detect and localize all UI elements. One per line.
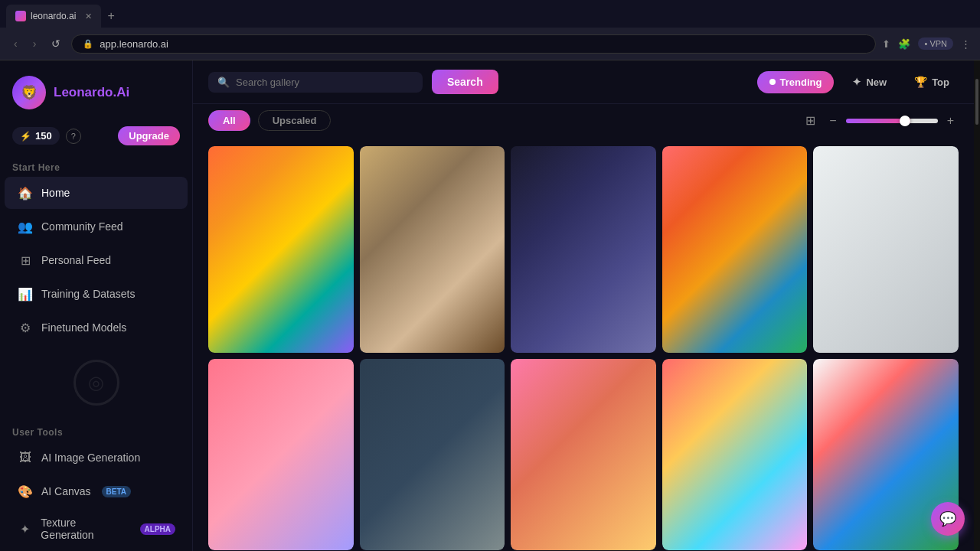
texture-icon: ✦ <box>17 520 33 537</box>
start-here-label: Start Here <box>0 156 192 176</box>
tab-favicon <box>15 11 26 21</box>
scroll-indicator[interactable] <box>974 60 980 551</box>
trending-label: Trending <box>780 77 822 88</box>
sidebar-item-texture[interactable]: ✦ Texture Generation ALPHA <box>5 509 188 549</box>
zoom-plus-btn[interactable]: + <box>942 112 959 129</box>
sidebar-label-home: Home <box>41 187 70 199</box>
extensions-icon[interactable]: 🧩 <box>898 38 910 50</box>
gallery-item[interactable]: # ⊘ ⛶ <box>208 359 354 550</box>
top-label: Top <box>932 77 949 88</box>
home-icon: 🏠 <box>17 184 34 201</box>
overlay-hash-btn[interactable]: # <box>753 152 775 174</box>
back-btn[interactable]: ‹ <box>9 36 22 51</box>
overlay-hash-btn[interactable]: # <box>905 152 926 174</box>
overlay-slash-btn[interactable]: ⊘ <box>931 152 952 174</box>
overlay-hash-btn[interactable]: # <box>577 152 598 174</box>
browser-chrome: leonardo.ai ✕ + ‹ › ↺ 🔒 app.leonardo.ai … <box>0 0 980 60</box>
sidebar-item-home[interactable]: 🏠 Home <box>5 177 188 209</box>
overlay-expand-btn[interactable]: ⛶ <box>629 152 650 174</box>
sidebar-label-community: Community Feed <box>41 220 123 233</box>
filter-upscaled[interactable]: Upscaled <box>258 110 332 131</box>
trending-button[interactable]: Trending <box>757 71 835 93</box>
gallery-item[interactable]: # ⛶ <box>360 146 505 353</box>
gallery-container[interactable]: # ⛶ # ⛶ # ⊘ ⛶ <box>193 137 974 551</box>
overlay-slash-btn[interactable]: ⊘ <box>300 365 322 386</box>
overlay-hash-btn[interactable]: # <box>577 365 598 386</box>
user-tools-label: User Tools <box>0 421 192 441</box>
top-tab-btn[interactable]: 🏆 Top <box>905 71 959 93</box>
refresh-btn[interactable]: ↺ <box>47 36 65 51</box>
gallery-item[interactable]: # ⊘ <box>662 359 808 550</box>
new-tab-btn[interactable]: + <box>101 6 120 26</box>
overlay-slash-btn[interactable]: ⊘ <box>477 365 498 386</box>
logo-name: Leonardo <box>54 85 113 99</box>
logo-avatar: 🦁 <box>12 76 46 109</box>
search-icon: 🔍 <box>217 77 230 88</box>
overlay-slash-btn[interactable]: ⊘ <box>603 152 624 174</box>
address-bar[interactable]: 🔒 app.leonardo.ai <box>71 34 876 54</box>
overlay-slash-btn[interactable]: ⊘ <box>779 365 801 386</box>
sidebar-item-community-feed[interactable]: 👥 Community Feed <box>5 210 188 243</box>
community-icon: 👥 <box>17 218 34 235</box>
credits-icon: ⚡ <box>20 131 31 142</box>
overlay-expand-btn[interactable]: ⛶ <box>326 365 348 386</box>
gallery-item[interactable]: # ⊘ <box>813 146 959 353</box>
sidebar-watermark: ◎ <box>0 344 192 421</box>
sidebar: 🦁 Leonardo.Ai ⚡ 150 ? Upgrade Start Here… <box>0 60 193 551</box>
more-icon[interactable]: ⋮ <box>961 38 971 50</box>
zoom-slider[interactable] <box>846 119 938 123</box>
overlay-slash-btn[interactable]: ⊘ <box>779 152 801 174</box>
app-layout: 🦁 Leonardo.Ai ⚡ 150 ? Upgrade Start Here… <box>0 60 980 551</box>
tab-title: leonardo.ai <box>31 11 76 21</box>
sidebar-item-finetuned[interactable]: ⚙ Finetuned Models <box>5 311 188 344</box>
sidebar-item-training[interactable]: 📊 Training & Datasets <box>5 278 188 310</box>
browser-tabs: leonardo.ai ✕ + <box>0 0 980 28</box>
new-icon: ✦ <box>852 76 861 88</box>
gallery-item[interactable]: # ⊘ ⛶ <box>511 146 656 353</box>
credits-badge: ⚡ 150 <box>12 127 60 145</box>
forward-btn[interactable]: › <box>28 36 41 51</box>
overlay-expand-btn[interactable]: ⛶ <box>477 152 498 174</box>
gallery-item[interactable]: # ⊘ <box>662 146 808 353</box>
topbar: 🔍 Search Trending ✦ New 🏆 Top <box>193 60 974 104</box>
share-icon[interactable]: ⬆ <box>882 38 890 50</box>
upgrade-button[interactable]: Upgrade <box>118 126 180 145</box>
search-input[interactable] <box>236 77 413 88</box>
filter-all[interactable]: All <box>208 110 250 131</box>
sidebar-item-personal-feed[interactable]: ⊞ Personal Feed <box>5 244 188 276</box>
grid-view-icon[interactable]: ⊞ <box>802 110 818 131</box>
new-tab-btn[interactable]: ✦ New <box>843 71 896 93</box>
credits-amount: 150 <box>35 130 52 142</box>
overlay-slash-btn[interactable]: ⊘ <box>603 365 624 386</box>
sidebar-item-ai-image[interactable]: 🖼 AI Image Generation <box>5 442 188 474</box>
sidebar-logo: 🦁 Leonardo.Ai <box>0 70 192 122</box>
overlay-expand-btn[interactable]: ⛶ <box>326 152 348 174</box>
overlay-hash-btn[interactable]: # <box>300 152 322 174</box>
tab-close-btn[interactable]: ✕ <box>85 11 92 21</box>
gallery-item[interactable]: ⊘ <box>360 359 505 550</box>
chat-bubble[interactable]: 💬 <box>931 502 965 536</box>
browser-tab-active[interactable]: leonardo.ai ✕ <box>6 5 101 28</box>
gallery-item[interactable]: # ⊘ ⛶ <box>511 359 656 550</box>
new-label: New <box>866 77 887 88</box>
sidebar-label-ai-canvas: AI Canvas <box>41 485 91 497</box>
overlay-hash-btn[interactable]: # <box>274 365 296 386</box>
gallery-item[interactable]: # ⛶ <box>208 146 354 353</box>
chat-icon: 💬 <box>939 510 956 527</box>
help-button[interactable]: ? <box>66 129 81 144</box>
overlay-hash-btn[interactable]: # <box>753 365 775 386</box>
finetuned-icon: ⚙ <box>17 319 34 336</box>
logo-text: Leonardo.Ai <box>54 85 129 100</box>
zoom-minus-btn[interactable]: − <box>825 112 841 129</box>
logo-suffix: .Ai <box>113 85 129 99</box>
url-text: app.leonardo.ai <box>100 38 168 50</box>
credits-row: ⚡ 150 ? Upgrade <box>0 122 192 156</box>
beta-badge: BETA <box>102 486 131 497</box>
browser-nav: ‹ › ↺ 🔒 app.leonardo.ai ⬆ 🧩 • VPN ⋮ <box>0 28 980 60</box>
overlay-expand-btn[interactable]: ⛶ <box>629 365 650 386</box>
search-container: 🔍 <box>208 72 423 93</box>
sidebar-item-ai-canvas[interactable]: 🎨 AI Canvas BETA <box>5 475 188 507</box>
overlay-hash-btn[interactable]: # <box>451 152 472 174</box>
search-button[interactable]: Search <box>432 70 498 94</box>
ai-image-icon: 🖼 <box>17 449 34 466</box>
